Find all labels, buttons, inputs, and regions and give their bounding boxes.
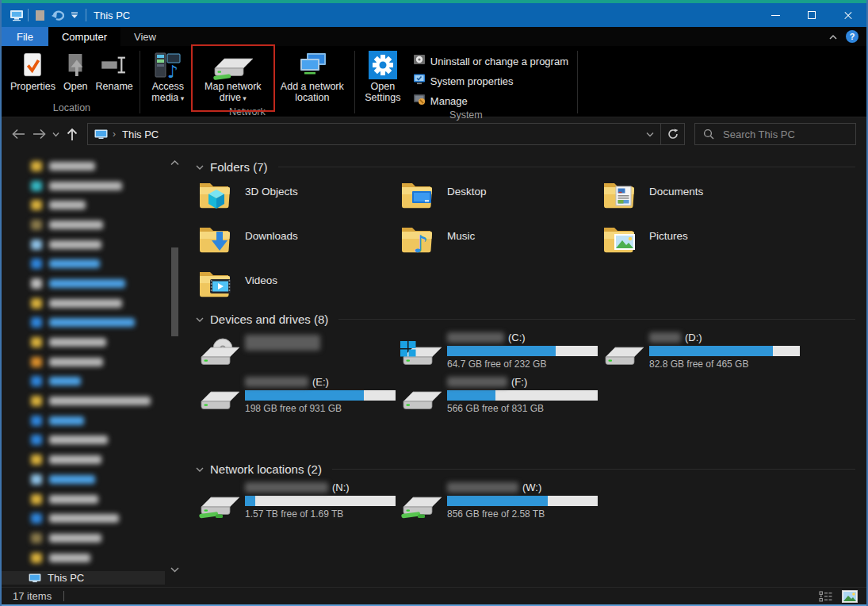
manage-icon bbox=[413, 93, 426, 109]
status-bar: 17 items bbox=[2, 587, 866, 604]
sidebar-item-redacted[interactable] bbox=[2, 156, 182, 176]
maximize-button[interactable] bbox=[793, 3, 830, 27]
folder-documents-icon bbox=[602, 180, 639, 221]
section-header-network-locations-2[interactable]: Network locations (2) bbox=[189, 462, 855, 476]
drive-tile-n[interactable]: (N:)1.57 TB free of 1.69 TB bbox=[198, 479, 400, 520]
sidebar-item-redacted[interactable] bbox=[2, 489, 182, 509]
details-view-button[interactable] bbox=[816, 589, 834, 604]
sidebar-item-redacted[interactable] bbox=[2, 332, 182, 352]
menu-item-label: Manage bbox=[430, 95, 468, 107]
folder-tile-desktop[interactable]: Desktop bbox=[400, 180, 602, 221]
sidebar-item-redacted[interactable] bbox=[2, 313, 182, 333]
drive-tile-redacted[interactable] bbox=[198, 329, 400, 370]
drive-tile-w[interactable]: (W:)856 GB free of 2.58 TB bbox=[400, 479, 602, 520]
sidebar-item-redacted[interactable] bbox=[2, 235, 182, 255]
tab-view[interactable]: View bbox=[120, 27, 170, 46]
map-network-drive-button[interactable]: Map network drive ▾ bbox=[193, 48, 273, 105]
search-input[interactable] bbox=[721, 128, 864, 141]
add-a-network-location-button[interactable]: Add a network location bbox=[273, 48, 352, 105]
drive-tile-e[interactable]: (E:)198 GB free of 931 GB bbox=[198, 374, 400, 415]
drive-name: (D:) bbox=[649, 331, 800, 343]
sidebar-item-redacted[interactable] bbox=[2, 195, 182, 215]
sidebar-item-redacted[interactable] bbox=[2, 450, 182, 470]
capacity-bar-fill bbox=[447, 496, 548, 506]
drive-letter: (N:) bbox=[332, 481, 350, 493]
folder-tile-videos[interactable]: Videos bbox=[198, 269, 400, 310]
folder-tile-pictures[interactable]: Pictures bbox=[602, 224, 805, 266]
folder-tile-downloads[interactable]: Downloads bbox=[198, 224, 400, 266]
drive-tile-f[interactable]: (F:)566 GB free of 831 GB bbox=[400, 374, 602, 415]
tab-computer[interactable]: Computer bbox=[48, 27, 120, 46]
scroll-down-icon[interactable] bbox=[170, 562, 180, 577]
redacted-drive-name bbox=[245, 482, 328, 493]
sidebar-item-redacted[interactable] bbox=[2, 215, 182, 235]
close-button[interactable] bbox=[830, 3, 866, 27]
large-icons-view-button[interactable] bbox=[841, 589, 858, 604]
address-dropdown-button[interactable] bbox=[640, 124, 660, 144]
sidebar-item-redacted[interactable] bbox=[2, 176, 182, 196]
sidebar-item-redacted[interactable] bbox=[2, 508, 182, 528]
system-properties-button[interactable]: System properties bbox=[413, 73, 568, 89]
window-title: This PC bbox=[94, 10, 130, 21]
refresh-button[interactable] bbox=[661, 123, 685, 145]
sidebar-item-icon bbox=[31, 259, 42, 269]
folder-tile-documents[interactable]: Documents bbox=[602, 180, 805, 221]
sidebar-item-this-pc[interactable]: This PC bbox=[2, 571, 165, 585]
ribbon: PropertiesOpenRenameLocation♪Access medi… bbox=[2, 46, 866, 117]
manage-button[interactable]: Manage bbox=[413, 93, 568, 109]
sidebar-scrollbar[interactable] bbox=[170, 151, 180, 587]
sidebar-item-redacted[interactable] bbox=[2, 254, 182, 274]
sidebar-item-icon bbox=[31, 240, 42, 250]
sidebar-item-redacted[interactable] bbox=[2, 391, 182, 411]
sidebar-item-redacted[interactable] bbox=[2, 352, 182, 372]
folder-tile-label: Desktop bbox=[447, 186, 487, 221]
sidebar-item-redacted[interactable] bbox=[2, 431, 182, 451]
sidebar-item-redacted[interactable] bbox=[2, 470, 182, 489]
scrollbar-thumb[interactable] bbox=[171, 247, 178, 336]
drive-tile-c[interactable]: (C:)64.7 GB free of 232 GB bbox=[400, 329, 602, 370]
navigation-pane: This PC bbox=[2, 151, 182, 587]
minimize-button[interactable] bbox=[757, 3, 793, 27]
open-button[interactable]: Open bbox=[59, 48, 92, 94]
sidebar-item-redacted[interactable] bbox=[2, 372, 182, 392]
sidebar-item-redacted[interactable] bbox=[2, 528, 182, 548]
breadcrumb-location[interactable]: This PC bbox=[122, 128, 159, 140]
properties-button[interactable]: Properties bbox=[6, 48, 59, 94]
uninstall-or-change-a-program-button[interactable]: Uninstall or change a program bbox=[413, 53, 568, 69]
drive-tile-d[interactable]: (D:)82.8 GB free of 465 GB bbox=[602, 329, 805, 370]
section-header-folders-7[interactable]: Folders (7) bbox=[189, 160, 855, 174]
tile-grid: 3D Objects Desktop Documents Downloads ♪… bbox=[189, 180, 866, 310]
up-button[interactable] bbox=[62, 123, 82, 145]
free-space-text: 856 GB free of 2.58 TB bbox=[447, 508, 598, 520]
section-header-devices-and-drives-8[interactable]: Devices and drives (8) bbox=[189, 313, 855, 326]
undo-icon[interactable] bbox=[48, 6, 66, 24]
tab-file[interactable]: File bbox=[2, 27, 48, 46]
back-button[interactable] bbox=[8, 123, 29, 145]
help-button[interactable]: ? bbox=[846, 30, 858, 43]
forward-button[interactable] bbox=[29, 123, 49, 145]
quick-access-properties-icon[interactable] bbox=[31, 6, 48, 24]
open-settings-button[interactable]: Open Settings bbox=[358, 48, 408, 105]
sidebar-item-redacted[interactable] bbox=[2, 411, 182, 431]
hard-drive-icon bbox=[198, 382, 241, 415]
access-media-button[interactable]: ♪Access media ▾ bbox=[143, 48, 193, 105]
minimize-ribbon-button[interactable] bbox=[828, 29, 838, 44]
scroll-up-icon[interactable] bbox=[170, 155, 180, 170]
breadcrumb-chevron-icon[interactable]: › bbox=[113, 128, 116, 140]
redacted-text bbox=[49, 299, 122, 308]
folder-tile-3d-objects[interactable]: 3D Objects bbox=[198, 180, 400, 221]
folder-music-icon: ♪ bbox=[400, 224, 437, 266]
sidebar-item-redacted[interactable] bbox=[2, 274, 182, 293]
rename-button[interactable]: Rename bbox=[92, 48, 137, 94]
folder-3d-objects-icon bbox=[198, 180, 235, 221]
open-icon bbox=[64, 51, 86, 79]
search-box[interactable] bbox=[694, 123, 856, 145]
sidebar-item-icon bbox=[31, 200, 42, 210]
sidebar-item-redacted[interactable] bbox=[2, 293, 182, 313]
sidebar-item-icon bbox=[31, 533, 42, 543]
address-bar[interactable]: › This PC bbox=[87, 123, 661, 145]
customize-quick-access-icon[interactable] bbox=[66, 6, 83, 24]
folder-tile-music[interactable]: ♪Music bbox=[400, 224, 602, 266]
sidebar-item-redacted[interactable] bbox=[2, 548, 182, 568]
recent-locations-dropdown[interactable] bbox=[49, 123, 62, 145]
